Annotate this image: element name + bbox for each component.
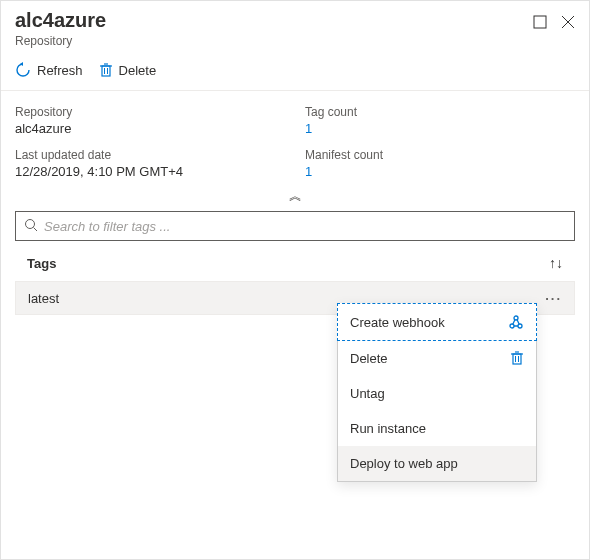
svg-rect-13 xyxy=(513,354,521,364)
meta-tag-count: Tag count 1 xyxy=(305,105,575,136)
trash-icon xyxy=(510,350,524,366)
meta-updated-label: Last updated date xyxy=(15,148,285,162)
meta-tag-count-value: 1 xyxy=(305,121,575,136)
context-menu: Create webhook Delete Untag Run instance… xyxy=(337,303,537,482)
svg-point-8 xyxy=(26,219,35,228)
metadata-grid: Repository alc4azure Tag count 1 Last up… xyxy=(1,91,589,185)
refresh-button[interactable]: Refresh xyxy=(15,62,83,78)
meta-updated: Last updated date 12/28/2019, 4:10 PM GM… xyxy=(15,148,285,179)
meta-repository: Repository alc4azure xyxy=(15,105,285,136)
tags-header: Tags ↑↓ xyxy=(1,241,589,281)
meta-repository-value: alc4azure xyxy=(15,121,285,136)
chevron-up-icon: ︽ xyxy=(289,188,302,203)
panel-header: alc4azure Repository xyxy=(1,1,589,48)
refresh-label: Refresh xyxy=(37,63,83,78)
meta-manifest-count-value: 1 xyxy=(305,164,575,179)
more-actions-icon[interactable]: ··· xyxy=(545,291,562,306)
trash-icon xyxy=(99,62,113,78)
menu-untag[interactable]: Untag xyxy=(338,376,536,411)
repository-panel: alc4azure Repository Refresh Delete xyxy=(0,0,590,560)
menu-deploy-web-app[interactable]: Deploy to web app xyxy=(338,446,536,481)
sort-icon[interactable]: ↑↓ xyxy=(549,255,563,271)
menu-label: Delete xyxy=(350,351,388,366)
webhook-icon xyxy=(508,314,524,330)
maximize-icon[interactable] xyxy=(533,15,547,32)
meta-updated-value: 12/28/2019, 4:10 PM GMT+4 xyxy=(15,164,285,179)
search-input[interactable] xyxy=(44,219,566,234)
menu-label: Untag xyxy=(350,386,385,401)
collapse-toggle[interactable]: ︽ xyxy=(1,185,589,211)
menu-run-instance[interactable]: Run instance xyxy=(338,411,536,446)
tags-header-label: Tags xyxy=(27,256,56,271)
search-box[interactable] xyxy=(15,211,575,241)
header-controls xyxy=(533,9,575,32)
delete-label: Delete xyxy=(119,63,157,78)
meta-tag-count-label: Tag count xyxy=(305,105,575,119)
menu-label: Create webhook xyxy=(350,315,445,330)
search-container xyxy=(1,211,589,241)
svg-rect-3 xyxy=(102,66,110,76)
page-title: alc4azure xyxy=(15,9,106,32)
search-icon xyxy=(24,218,38,235)
svg-rect-0 xyxy=(534,16,546,28)
delete-button[interactable]: Delete xyxy=(99,62,157,78)
svg-line-9 xyxy=(34,227,38,231)
menu-label: Run instance xyxy=(350,421,426,436)
meta-manifest-count-label: Manifest count xyxy=(305,148,575,162)
svg-point-12 xyxy=(518,324,522,328)
tag-name: latest xyxy=(28,291,59,306)
toolbar: Refresh Delete xyxy=(1,48,589,91)
meta-repository-label: Repository xyxy=(15,105,285,119)
svg-point-11 xyxy=(510,324,514,328)
menu-label: Deploy to web app xyxy=(350,456,458,471)
close-icon[interactable] xyxy=(561,15,575,32)
menu-delete[interactable]: Delete xyxy=(338,340,536,376)
menu-create-webhook[interactable]: Create webhook xyxy=(337,303,537,341)
meta-manifest-count: Manifest count 1 xyxy=(305,148,575,179)
page-subtitle: Repository xyxy=(15,34,106,48)
header-title-block: alc4azure Repository xyxy=(15,9,106,48)
refresh-icon xyxy=(15,62,31,78)
